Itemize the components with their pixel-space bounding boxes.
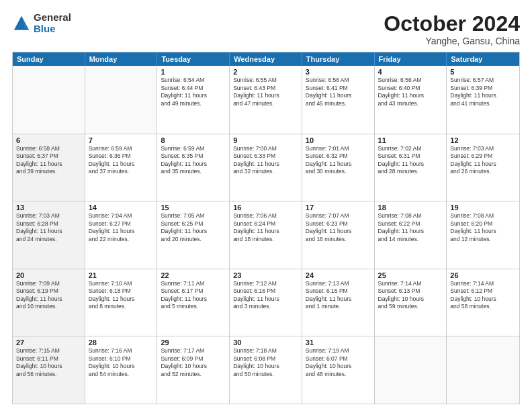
day-number: 21 xyxy=(89,271,154,279)
day-number: 18 xyxy=(378,203,443,212)
calendar-cell-17: 17Sunrise: 7:07 AMSunset: 6:23 PMDayligh… xyxy=(302,201,375,269)
location: Yanghe, Gansu, China xyxy=(384,36,520,46)
calendar-cell-8: 8Sunrise: 6:59 AMSunset: 6:35 PMDaylight… xyxy=(157,134,230,201)
day-number: 12 xyxy=(450,136,516,144)
calendar-cell-24: 24Sunrise: 7:13 AMSunset: 6:15 PMDayligh… xyxy=(302,269,375,336)
cell-content: Sunrise: 6:57 AMSunset: 6:39 PMDaylight:… xyxy=(450,77,516,107)
day-number: 9 xyxy=(233,136,298,144)
calendar-cell-7: 7Sunrise: 6:59 AMSunset: 6:36 PMDaylight… xyxy=(85,134,158,201)
cell-content: Sunrise: 6:56 AMSunset: 6:40 PMDaylight:… xyxy=(378,77,443,107)
calendar-cell-empty-1 xyxy=(85,66,158,134)
day-number: 17 xyxy=(306,203,371,212)
calendar-cell-6: 6Sunrise: 6:58 AMSunset: 6:37 PMDaylight… xyxy=(13,134,85,201)
cell-content: Sunrise: 7:00 AMSunset: 6:33 PMDaylight:… xyxy=(233,145,298,176)
day-number: 29 xyxy=(161,338,226,347)
cell-content: Sunrise: 7:07 AMSunset: 6:23 PMDaylight:… xyxy=(306,212,371,243)
cell-content: Sunrise: 7:04 AMSunset: 6:27 PMDaylight:… xyxy=(89,212,154,243)
cell-content: Sunrise: 6:55 AMSunset: 6:43 PMDaylight:… xyxy=(233,77,298,107)
calendar-cell-21: 21Sunrise: 7:10 AMSunset: 6:18 PMDayligh… xyxy=(85,269,158,336)
calendar-body: 1Sunrise: 6:54 AMSunset: 6:44 PMDaylight… xyxy=(13,66,519,404)
header: General Blue October 2024 Yanghe, Gansu,… xyxy=(12,12,520,46)
day-header-tuesday: Tuesday xyxy=(157,52,230,66)
cell-content: Sunrise: 7:11 AMSunset: 6:17 PMDaylight:… xyxy=(161,280,226,311)
day-number: 24 xyxy=(306,271,371,279)
cell-content: Sunrise: 6:59 AMSunset: 6:36 PMDaylight:… xyxy=(89,145,154,176)
day-number: 5 xyxy=(450,68,516,76)
title-block: October 2024 Yanghe, Gansu, China xyxy=(384,12,520,46)
calendar-cell-23: 23Sunrise: 7:12 AMSunset: 6:16 PMDayligh… xyxy=(230,269,302,336)
logo-general-text: General xyxy=(34,12,71,24)
day-number: 31 xyxy=(306,338,371,347)
day-header-friday: Friday xyxy=(375,52,447,66)
calendar-cell-empty-6 xyxy=(447,336,519,404)
calendar-cell-18: 18Sunrise: 7:08 AMSunset: 6:22 PMDayligh… xyxy=(375,201,447,269)
calendar-cell-26: 26Sunrise: 7:14 AMSunset: 6:12 PMDayligh… xyxy=(447,269,519,336)
cell-content: Sunrise: 7:10 AMSunset: 6:18 PMDaylight:… xyxy=(89,280,154,311)
day-number: 22 xyxy=(161,271,226,279)
cell-content: Sunrise: 7:08 AMSunset: 6:20 PMDaylight:… xyxy=(450,212,516,243)
day-number: 25 xyxy=(378,271,443,279)
cell-content: Sunrise: 7:01 AMSunset: 6:32 PMDaylight:… xyxy=(306,145,371,176)
cell-content: Sunrise: 7:09 AMSunset: 6:19 PMDaylight:… xyxy=(16,280,81,311)
page: General Blue October 2024 Yanghe, Gansu,… xyxy=(0,0,532,411)
cell-content: Sunrise: 7:02 AMSunset: 6:31 PMDaylight:… xyxy=(378,145,443,176)
cell-content: Sunrise: 7:18 AMSunset: 6:08 PMDaylight:… xyxy=(233,347,298,378)
calendar-cell-27: 27Sunrise: 7:15 AMSunset: 6:11 PMDayligh… xyxy=(13,336,85,404)
day-number: 3 xyxy=(306,68,371,76)
day-number: 8 xyxy=(161,136,226,144)
calendar-cell-28: 28Sunrise: 7:16 AMSunset: 6:10 PMDayligh… xyxy=(85,336,158,404)
logo: General Blue xyxy=(12,12,71,34)
cell-content: Sunrise: 7:06 AMSunset: 6:24 PMDaylight:… xyxy=(233,212,298,243)
logo-text: General Blue xyxy=(34,12,71,34)
calendar-cell-3: 3Sunrise: 6:56 AMSunset: 6:41 PMDaylight… xyxy=(302,66,375,134)
calendar-row-1: 1Sunrise: 6:54 AMSunset: 6:44 PMDaylight… xyxy=(13,66,519,134)
calendar-cell-19: 19Sunrise: 7:08 AMSunset: 6:20 PMDayligh… xyxy=(447,201,519,269)
calendar-cell-1: 1Sunrise: 6:54 AMSunset: 6:44 PMDaylight… xyxy=(157,66,230,134)
day-number: 4 xyxy=(378,68,443,76)
cell-content: Sunrise: 7:08 AMSunset: 6:22 PMDaylight:… xyxy=(378,212,443,243)
cell-content: Sunrise: 7:05 AMSunset: 6:25 PMDaylight:… xyxy=(161,212,226,243)
calendar-cell-5: 5Sunrise: 6:57 AMSunset: 6:39 PMDaylight… xyxy=(447,66,519,134)
calendar-row-3: 13Sunrise: 7:03 AMSunset: 6:28 PMDayligh… xyxy=(13,201,519,269)
day-number: 23 xyxy=(233,271,298,279)
day-header-sunday: Sunday xyxy=(13,52,85,66)
cell-content: Sunrise: 7:16 AMSunset: 6:10 PMDaylight:… xyxy=(89,347,154,378)
day-number: 20 xyxy=(16,271,81,279)
cell-content: Sunrise: 7:03 AMSunset: 6:28 PMDaylight:… xyxy=(16,212,81,243)
day-number: 1 xyxy=(161,68,226,76)
calendar-cell-empty-0 xyxy=(13,66,85,134)
cell-content: Sunrise: 7:14 AMSunset: 6:12 PMDaylight:… xyxy=(450,280,516,311)
calendar-cell-12: 12Sunrise: 7:03 AMSunset: 6:29 PMDayligh… xyxy=(447,134,519,201)
cell-content: Sunrise: 6:56 AMSunset: 6:41 PMDaylight:… xyxy=(306,77,371,107)
day-number: 2 xyxy=(233,68,298,76)
cell-content: Sunrise: 7:19 AMSunset: 6:07 PMDaylight:… xyxy=(306,347,371,378)
calendar-cell-16: 16Sunrise: 7:06 AMSunset: 6:24 PMDayligh… xyxy=(230,201,302,269)
day-header-thursday: Thursday xyxy=(302,52,375,66)
cell-content: Sunrise: 7:13 AMSunset: 6:15 PMDaylight:… xyxy=(306,280,371,311)
calendar-row-4: 20Sunrise: 7:09 AMSunset: 6:19 PMDayligh… xyxy=(13,269,519,336)
day-number: 13 xyxy=(16,203,81,212)
month-title: October 2024 xyxy=(384,12,520,36)
cell-content: Sunrise: 6:54 AMSunset: 6:44 PMDaylight:… xyxy=(161,77,226,107)
calendar-cell-15: 15Sunrise: 7:05 AMSunset: 6:25 PMDayligh… xyxy=(157,201,230,269)
day-number: 16 xyxy=(233,203,298,212)
calendar-header: SundayMondayTuesdayWednesdayThursdayFrid… xyxy=(13,52,519,66)
cell-content: Sunrise: 7:17 AMSunset: 6:09 PMDaylight:… xyxy=(161,347,226,378)
day-number: 19 xyxy=(450,203,516,212)
logo-icon xyxy=(12,14,31,33)
calendar-cell-14: 14Sunrise: 7:04 AMSunset: 6:27 PMDayligh… xyxy=(85,201,158,269)
calendar-cell-4: 4Sunrise: 6:56 AMSunset: 6:40 PMDaylight… xyxy=(375,66,447,134)
calendar: SundayMondayTuesdayWednesdayThursdayFrid… xyxy=(12,52,520,404)
day-number: 11 xyxy=(378,136,443,144)
calendar-cell-10: 10Sunrise: 7:01 AMSunset: 6:32 PMDayligh… xyxy=(302,134,375,201)
calendar-cell-empty-5 xyxy=(375,336,447,404)
cell-content: Sunrise: 6:58 AMSunset: 6:37 PMDaylight:… xyxy=(16,145,81,176)
day-header-monday: Monday xyxy=(85,52,158,66)
calendar-cell-29: 29Sunrise: 7:17 AMSunset: 6:09 PMDayligh… xyxy=(157,336,230,404)
calendar-cell-9: 9Sunrise: 7:00 AMSunset: 6:33 PMDaylight… xyxy=(230,134,302,201)
calendar-cell-11: 11Sunrise: 7:02 AMSunset: 6:31 PMDayligh… xyxy=(375,134,447,201)
calendar-cell-30: 30Sunrise: 7:18 AMSunset: 6:08 PMDayligh… xyxy=(230,336,302,404)
calendar-cell-31: 31Sunrise: 7:19 AMSunset: 6:07 PMDayligh… xyxy=(302,336,375,404)
calendar-cell-25: 25Sunrise: 7:14 AMSunset: 6:13 PMDayligh… xyxy=(375,269,447,336)
day-number: 26 xyxy=(450,271,516,279)
